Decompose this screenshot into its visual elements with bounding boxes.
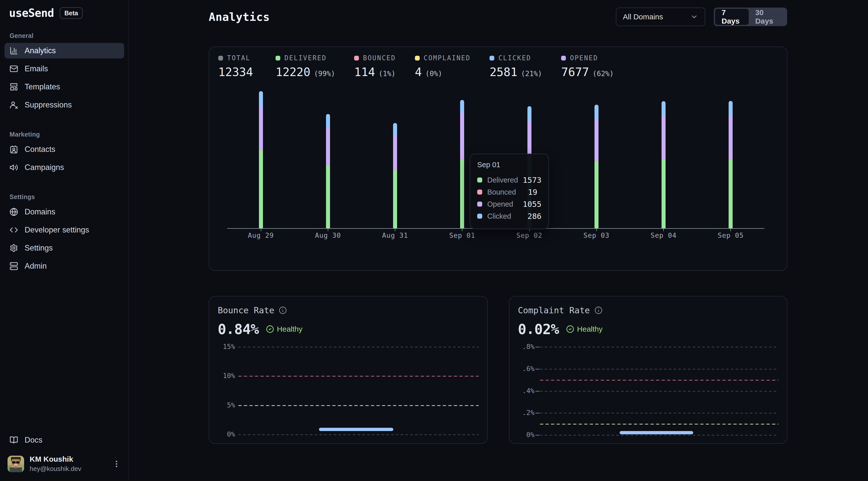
more-vertical-icon xyxy=(112,460,121,468)
tooltip-row-bounced: Bounced19 xyxy=(477,186,541,198)
sidebar-item-label: Admin xyxy=(25,262,47,270)
sidebar-item-suppressions[interactable]: Suppressions xyxy=(4,97,124,113)
stat-value: 12334 xyxy=(218,65,253,79)
sidebar-item-label: Emails xyxy=(25,64,48,73)
y-axis-label: .6% xyxy=(516,365,534,373)
sidebar-item-settings[interactable]: Settings xyxy=(4,240,124,256)
y-axis-tick xyxy=(535,391,539,392)
bar-sep-03[interactable] xyxy=(594,105,598,228)
rate-line-segment xyxy=(620,431,693,434)
x-axis-label: Aug 31 xyxy=(370,231,420,239)
stat-value: 4 xyxy=(415,65,422,79)
sidebar-section-settings: SettingsDomainsDeveloper settingsSetting… xyxy=(4,193,124,274)
x-axis-label: Sep 01 xyxy=(437,231,487,239)
tooltip-label: Bounced xyxy=(487,188,528,196)
x-axis-label: Aug 30 xyxy=(303,231,353,239)
tooltip-swatch xyxy=(477,201,482,206)
bar-segment-delivered xyxy=(460,159,464,228)
sidebar: useSend Beta GeneralAnalyticsEmailsTempl… xyxy=(0,0,129,481)
stat-delivered: DELIVERED12220(99%) xyxy=(276,54,335,79)
complaint-rate-title: Complaint Rate xyxy=(518,305,590,315)
range-30-days-button[interactable]: 30 Days xyxy=(749,9,786,25)
bounce-rate-title-row: Bounce Rate xyxy=(218,305,287,315)
stat-percent: (21%) xyxy=(521,69,542,78)
stat-value: 7677 xyxy=(561,65,589,79)
server-icon xyxy=(9,262,18,270)
tooltip-value: 1573 xyxy=(523,175,541,185)
sidebar-item-developer-settings[interactable]: Developer settings xyxy=(4,222,124,238)
stat-dot xyxy=(354,56,359,61)
bar-segment-clicked xyxy=(594,105,598,119)
user-menu-button[interactable] xyxy=(112,456,122,472)
sidebar-item-campaigns[interactable]: Campaigns xyxy=(4,160,124,175)
sidebar-item-label: Contacts xyxy=(25,145,55,154)
bar-sep-04[interactable] xyxy=(661,101,665,228)
grid-line xyxy=(540,435,778,436)
grid-line xyxy=(540,369,778,370)
bar-sep-05[interactable] xyxy=(728,101,733,228)
tooltip-label: Clicked xyxy=(487,212,527,220)
stat-label: OPENED xyxy=(570,54,598,62)
bar-segment-delivered xyxy=(728,159,733,228)
grid-line xyxy=(540,413,778,414)
complaint-rate-value: 0.02% xyxy=(518,321,559,337)
user-row[interactable]: KM Koushik hey@koushik.dev xyxy=(7,455,122,473)
bounce-rate-value-row: 0.84% Healthy xyxy=(218,321,302,337)
globe-icon xyxy=(9,207,18,216)
gear-icon xyxy=(9,244,18,252)
sidebar-item-label: Domains xyxy=(25,207,55,216)
tooltip-swatch xyxy=(477,190,482,195)
bar-segment-delivered xyxy=(326,166,330,228)
sidebar-item-admin[interactable]: Admin xyxy=(4,258,124,274)
stat-percent: (0%) xyxy=(426,69,442,78)
sidebar-item-templates[interactable]: Templates xyxy=(4,79,124,95)
tooltip-row-clicked: Clicked286 xyxy=(477,210,541,222)
user-email: hey@koushik.dev xyxy=(30,465,112,473)
stat-total: TOTAL12334 xyxy=(218,54,256,79)
info-icon[interactable] xyxy=(279,306,287,314)
chart-tooltip: Sep 01 Delivered1573Bounced19Opened1055C… xyxy=(470,154,549,229)
template-icon xyxy=(9,83,18,91)
bar-aug-31[interactable] xyxy=(393,123,397,228)
y-axis-label: .4% xyxy=(516,387,534,395)
sidebar-item-emails[interactable]: Emails xyxy=(4,61,124,76)
bar-segment-delivered xyxy=(259,150,263,228)
tooltip-title: Sep 01 xyxy=(477,161,541,169)
stat-opened: OPENED7677(62%) xyxy=(561,54,614,79)
bar-segment-opened xyxy=(594,119,598,161)
domain-filter-select[interactable]: All Domains xyxy=(616,7,705,26)
bounce-rate-card xyxy=(209,296,488,444)
sidebar-item-contacts[interactable]: Contacts xyxy=(4,141,124,157)
bar-segment-opened xyxy=(326,127,330,165)
bar-segment-delivered xyxy=(594,161,598,228)
tooltip-label: Delivered xyxy=(487,176,523,184)
stat-dot xyxy=(561,56,566,61)
tooltip-swatch xyxy=(477,178,482,183)
mail-icon xyxy=(9,65,18,73)
sidebar-item-analytics[interactable]: Analytics xyxy=(4,43,124,59)
stat-label: BOUNCED xyxy=(363,54,396,62)
bar-chart-icon xyxy=(9,46,18,55)
y-axis-label: .8% xyxy=(516,343,534,350)
bar-sep-01[interactable] xyxy=(460,100,464,228)
bar-aug-29[interactable] xyxy=(259,91,263,228)
complaint-rate-title-row: Complaint Rate xyxy=(518,305,602,315)
stat-value: 2581 xyxy=(490,65,517,79)
sidebar-item-docs[interactable]: Docs xyxy=(4,432,124,448)
bar-segment-clicked xyxy=(460,100,464,113)
bar-segment-opened xyxy=(661,116,665,159)
info-icon[interactable] xyxy=(594,306,602,314)
complaint-rate-value-row: 0.02% Healthy xyxy=(518,321,602,337)
bar-aug-30[interactable] xyxy=(326,114,330,228)
sidebar-section-marketing: MarketingContactsCampaigns xyxy=(4,131,124,175)
threshold-line xyxy=(540,424,778,424)
range-7-days-button[interactable]: 7 Days xyxy=(715,9,749,25)
sidebar-item-domains[interactable]: Domains xyxy=(4,204,124,220)
bar-segment-clicked xyxy=(527,106,531,121)
stat-label: COMPLAINED xyxy=(424,54,471,62)
y-axis-label: .2% xyxy=(516,409,534,416)
threshold-line xyxy=(238,405,479,406)
logo-row: useSend Beta xyxy=(9,6,83,19)
domain-filter-value: All Domains xyxy=(623,12,690,21)
bar-segment-clicked xyxy=(259,91,263,106)
